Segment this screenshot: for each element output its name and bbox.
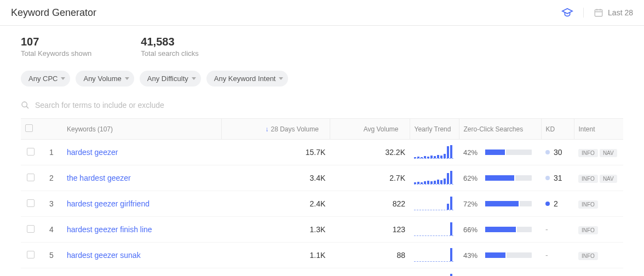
trend-chart [414, 249, 453, 262]
kd-value: - [545, 251, 548, 260]
trend-chart [414, 171, 453, 185]
table-row: 2 the hardest geezer 3.4K 2.7K 62% 31 IN… [21, 165, 623, 191]
chevron-down-icon [192, 77, 196, 80]
table-row: 4 hardest geezer finish line 1.3K 123 66… [21, 217, 623, 243]
vol-28-days: 1K [221, 268, 330, 277]
row-number: 3 [41, 191, 62, 217]
search-row [21, 96, 623, 114]
zero-click-cell: 72% [463, 200, 537, 208]
chevron-down-icon [125, 77, 129, 80]
trend-chart [414, 197, 453, 210]
vol-28-days: 1.3K [221, 217, 330, 243]
vol-28-days: 2.4K [221, 191, 330, 217]
col-yearly-trend[interactable]: Yearly Trend [410, 119, 459, 140]
filter-difficulty[interactable]: Any Difficulty [140, 71, 201, 87]
col-kd[interactable]: KD [541, 119, 574, 140]
date-range-label: Last 28 [608, 8, 633, 17]
row-checkbox[interactable] [27, 199, 34, 207]
stat-total-keywords: 107 Total Keywords shown [21, 36, 91, 58]
row-number: 2 [41, 165, 62, 191]
intent-badge: NAV [600, 175, 617, 183]
intent-badge: NAV [600, 149, 617, 157]
filter-intent[interactable]: Any Keyword Intent [206, 71, 289, 87]
intent-badge: INFO [578, 226, 598, 234]
stat-value: 41,583 [141, 36, 198, 48]
col-intent[interactable]: Intent [574, 119, 623, 140]
vol-28-days: 15.7K [221, 140, 330, 165]
row-checkbox[interactable] [27, 174, 34, 181]
keyword-link[interactable]: hardest geezer sunak [67, 251, 141, 260]
kd-value: 30 [554, 148, 562, 157]
chevron-down-icon [279, 77, 283, 80]
zero-click-pct: 66% [463, 226, 480, 234]
avg-volume: 2.7K [330, 165, 410, 191]
zero-click-cell: 66% [463, 226, 537, 234]
trend-chart [414, 146, 453, 159]
stats-row: 107 Total Keywords shown 41,583 Total se… [21, 36, 623, 58]
vol-28-days: 3.4K [221, 165, 330, 191]
kd-dot-icon [545, 150, 550, 154]
kd-dot-icon [545, 202, 550, 206]
trend-chart [414, 223, 453, 236]
keyword-link[interactable]: hardest geezer [67, 148, 118, 157]
zero-click-bar [485, 252, 532, 258]
row-checkbox[interactable] [27, 148, 34, 156]
col-28-days-volume[interactable]: ↓28 Days Volume [221, 119, 330, 140]
col-avg-volume[interactable]: Avg Volume [330, 119, 410, 140]
row-number: 1 [41, 140, 62, 165]
filter-volume[interactable]: Any Volume [76, 71, 134, 87]
intent-badge: INFO [578, 252, 598, 260]
intent-badge: INFO [578, 200, 598, 209]
education-icon[interactable] [561, 7, 573, 19]
zero-click-pct: 62% [463, 174, 480, 182]
stat-total-clicks: 41,583 Total search clicks [141, 36, 198, 58]
zero-click-bar [485, 150, 532, 155]
svg-point-1 [22, 102, 27, 107]
stat-label: Total Keywords shown [21, 49, 91, 58]
zero-click-pct: 43% [463, 251, 480, 260]
page-header: Keyword Generator Last 28 [0, 0, 644, 26]
row-number: 5 [41, 243, 62, 268]
zero-click-cell: 62% [463, 174, 537, 182]
filter-cpc[interactable]: Any CPC [21, 71, 70, 87]
zero-click-bar [485, 175, 532, 181]
date-range-button[interactable]: Last 28 [583, 8, 633, 18]
keyword-link[interactable]: hardest geezer finish line [67, 225, 152, 234]
kd-value: 2 [554, 199, 558, 208]
col-zero-click[interactable]: Zero-Click Searches [459, 119, 541, 140]
keyword-link[interactable]: the hardest geezer [67, 174, 131, 182]
zero-click-pct: 72% [463, 200, 480, 208]
table-row: 1 hardest geezer 15.7K 32.2K 42% 30 INFO… [21, 140, 623, 165]
zero-click-cell: 42% [463, 148, 537, 157]
filter-row: Any CPC Any Volume Any Difficulty Any Ke… [21, 71, 623, 87]
row-checkbox[interactable] [27, 225, 34, 233]
search-input[interactable] [35, 101, 254, 110]
sort-down-icon: ↓ [265, 125, 268, 133]
page-title: Keyword Generator [11, 7, 96, 19]
avg-volume: 88 [330, 243, 410, 268]
chevron-down-icon [61, 77, 65, 80]
kd-dot-icon [545, 176, 550, 180]
zero-click-cell: 43% [463, 251, 537, 260]
table-row: 3 hardest geezer girlfriend 2.4K 822 72%… [21, 191, 623, 217]
avg-volume: 123 [330, 217, 410, 243]
vol-28-days: 1.1K [221, 243, 330, 268]
row-number: 4 [41, 217, 62, 243]
svg-rect-0 [595, 10, 602, 16]
kd-value: 31 [554, 174, 562, 182]
zero-click-bar [485, 201, 532, 206]
calendar-icon [594, 8, 603, 18]
table-row: 5 hardest geezer sunak 1.1K 88 43% - INF… [21, 243, 623, 268]
table-row: 6 the hardest geezer last day 1K 87 67% … [21, 268, 623, 277]
intent-badge: INFO [578, 149, 598, 157]
select-all-checkbox[interactable] [25, 124, 33, 132]
stat-value: 107 [21, 36, 91, 48]
row-checkbox[interactable] [27, 251, 34, 258]
keyword-link[interactable]: hardest geezer girlfriend [67, 199, 150, 208]
stat-label: Total search clicks [141, 49, 198, 58]
keywords-table: Keywords (107) ↓28 Days Volume Avg Volum… [21, 118, 623, 276]
zero-click-bar [485, 227, 532, 232]
kd-value: - [545, 225, 548, 234]
avg-volume: 87 [330, 268, 410, 277]
col-keywords[interactable]: Keywords (107) [62, 119, 221, 140]
